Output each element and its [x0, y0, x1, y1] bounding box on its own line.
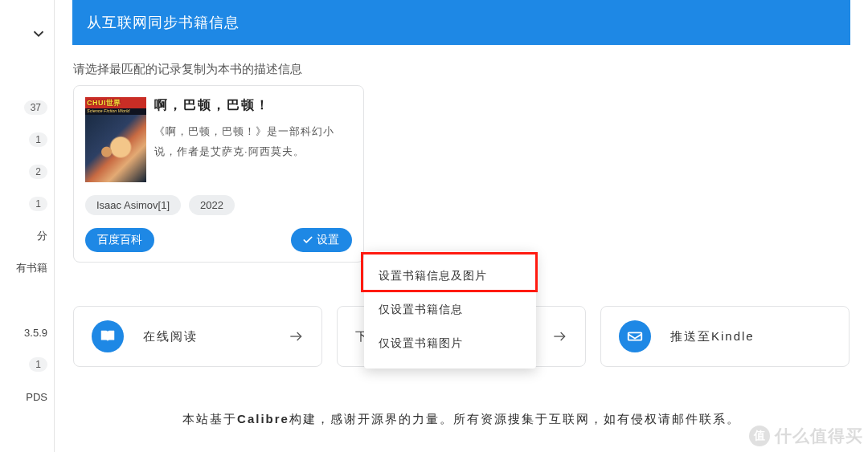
read-online-label: 在线阅读 [143, 329, 198, 344]
footer-suffix: 构建，感谢开源界的力量。所有资源搜集于互联网，如有侵权请邮件联系。 [289, 412, 740, 426]
rail-label: 分 [37, 229, 47, 243]
source-tag: 百度百科 [85, 228, 154, 252]
rail-label-bottom: PDS [26, 391, 47, 403]
footer-text: 本站基于Calibre构建，感谢开源界的力量。所有资源搜集于互联网，如有侵权请邮… [73, 412, 850, 427]
set-options-dropdown: 设置书籍信息及图片 仅设置书籍信息 仅设置书籍图片 [364, 251, 536, 369]
watermark-text: 什么值得买 [775, 425, 863, 447]
set-button-label: 设置 [317, 233, 339, 247]
footer-prefix: 本站基于 [182, 412, 237, 426]
book-description: 《啊，巴顿，巴顿！》是一部科幻小说，作者是艾萨克·阿西莫夫。 [154, 122, 352, 161]
option-info-and-image[interactable]: 设置书籍信息及图片 [364, 259, 536, 293]
sidebar-rail: 37 1 2 1 分 有书籍 3.5.9 1 PDS [0, 0, 55, 452]
push-kindle-label: 推送至Kindle [670, 329, 755, 344]
main-content: 从互联网同步书籍信息 请选择最匹配的记录复制为本书的描述信息 CHUI世界 Sc… [55, 0, 868, 452]
book-cover-thumbnail: CHUI世界 Science Fiction World [85, 97, 146, 182]
option-info-only[interactable]: 仅设置书籍信息 [364, 293, 536, 327]
read-online-card[interactable]: 在线阅读 [73, 306, 322, 367]
option-image-only[interactable]: 仅设置书籍图片 [364, 327, 536, 360]
cover-subtitle-text: Science Fiction World [87, 108, 129, 113]
footer-brand: Calibre [237, 412, 289, 426]
book-title: 啊，巴顿，巴顿！ [154, 97, 352, 114]
panel-title: 从互联网同步书籍信息 [72, 0, 850, 45]
cover-brand-text: CHUI世界 [87, 98, 121, 108]
arrow-right-icon [551, 328, 567, 344]
rail-version: 3.5.9 [24, 327, 47, 339]
rail-badge: 2 [29, 165, 47, 179]
watermark: 值 什么值得买 [749, 425, 863, 447]
watermark-icon: 值 [749, 426, 770, 446]
panel-hint: 请选择最匹配的记录复制为本书的描述信息 [73, 62, 850, 77]
rail-badge: 1 [29, 357, 47, 372]
set-button[interactable]: 设置 [291, 228, 352, 252]
rail-badge: 1 [29, 132, 47, 147]
book-open-icon [92, 320, 124, 352]
sidebar-collapse-row[interactable] [0, 19, 47, 48]
metadata-result-card[interactable]: CHUI世界 Science Fiction World 啊，巴顿，巴顿！ 《啊… [73, 85, 364, 263]
chevron-down-icon [30, 25, 47, 43]
rail-badge: 1 [29, 197, 47, 211]
rail-label-books: 有书籍 [16, 261, 47, 275]
check-icon [302, 234, 313, 246]
push-kindle-card[interactable]: 推送至Kindle [600, 306, 850, 367]
author-chip: Isaac Asimov[1] [85, 195, 181, 215]
rail-badge: 37 [24, 100, 47, 115]
arrow-right-icon [288, 328, 304, 344]
year-chip: 2022 [189, 195, 235, 215]
mail-icon [619, 320, 651, 352]
